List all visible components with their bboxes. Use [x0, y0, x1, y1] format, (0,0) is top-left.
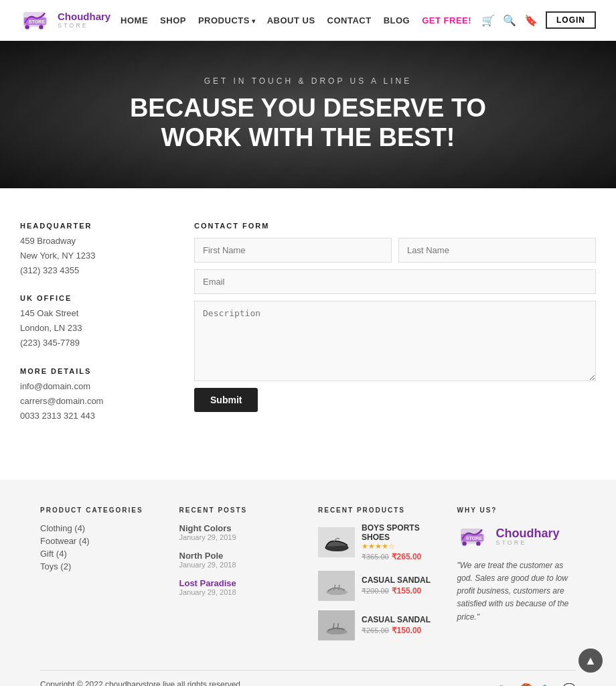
svg-text:STORE: STORE — [29, 19, 46, 25]
post-3-title[interactable]: Lost Paradise — [179, 578, 299, 588]
footer-categories: PRODUCT CATEGORIES Clothing (4) Footwear… — [40, 506, 159, 650]
categories-title: PRODUCT CATEGORIES — [40, 506, 159, 514]
hero-sub-text: GET IN TOUCH & DROP US A LINE — [204, 76, 412, 86]
first-name-input[interactable] — [194, 238, 392, 263]
logo-text: Choudhary — [58, 11, 110, 23]
logo[interactable]: STORE Choudhary STORE — [20, 7, 110, 33]
main-content: HEADQUARTER 459 Broadway New York, NY 12… — [7, 222, 609, 439]
dribbble-icon[interactable]: 🏀 — [520, 683, 533, 686]
product-1-old-price: ₹365.00 — [362, 553, 389, 561]
last-name-input[interactable] — [398, 238, 596, 263]
product-2-name[interactable]: CASUAL SANDAL — [362, 575, 431, 585]
why-us-brand-sub: STORE — [496, 539, 560, 546]
phone2: 0033 2313 321 443 — [20, 409, 154, 423]
header: STORE Choudhary STORE HOME SHOP PRODUCTS… — [0, 0, 616, 41]
sandal-icon — [323, 574, 350, 598]
nav-contact[interactable]: CONTACT — [327, 15, 372, 25]
login-button[interactable]: LOGIN — [546, 11, 596, 29]
form-label: CONTACT FORM — [194, 222, 596, 230]
svg-point-1 — [25, 25, 29, 29]
footer-why-us: WHY US? STORE Choudhary STORE "We are tr… — [457, 506, 576, 650]
post-1-date: January 29, 2019 — [179, 533, 299, 541]
product-1-new-price: ₹265.00 — [392, 552, 422, 561]
uk-city: London, LN 233 — [20, 321, 154, 336]
why-us-title: WHY US? — [457, 506, 576, 514]
whatsapp-icon[interactable]: 💬 — [562, 683, 576, 686]
footer-grid: PRODUCT CATEGORIES Clothing (4) Footwear… — [40, 506, 576, 650]
description-input[interactable] — [194, 301, 596, 381]
submit-button[interactable]: Submit — [194, 388, 258, 412]
hq-city: New York, NY 1233 — [20, 249, 154, 263]
hero-title: BECAUSE YOU DESERVE TO WORK WITH THE BES… — [107, 94, 509, 152]
uk-address: 145 Oak Street — [20, 306, 154, 321]
recent-products-title: RECENT PRODUCTS — [318, 506, 437, 514]
footer-recent-posts: RECENT POSTS Night Colors January 29, 20… — [179, 506, 299, 650]
email-input[interactable] — [194, 269, 596, 294]
email2: carrers@domain.com — [20, 394, 154, 409]
why-us-logo-icon: STORE — [457, 523, 491, 550]
post-1: Night Colors January 29, 2019 — [179, 523, 299, 541]
logo-icon: STORE — [20, 7, 54, 33]
product-2-old-price: ₹200.00 — [362, 587, 389, 595]
svg-text:STORE: STORE — [465, 535, 482, 541]
product-1-info: BOYS SPORTS SHOES ★★★★☆ ₹365.00 ₹265.00 — [362, 523, 437, 561]
main-nav: HOME SHOP PRODUCTS ABOUT US CONTACT BLOG… — [121, 15, 471, 25]
recent-posts-title: RECENT POSTS — [179, 506, 299, 514]
contact-info: HEADQUARTER 459 Broadway New York, NY 12… — [20, 222, 154, 439]
name-row — [194, 238, 596, 263]
product-2: CASUAL SANDAL ₹200.00 ₹155.00 — [318, 571, 437, 601]
category-toys[interactable]: Toys (2) — [40, 561, 159, 571]
svg-point-9 — [462, 541, 466, 545]
logo-sub: STORE — [58, 22, 110, 29]
search-icon[interactable]: 🔍 — [503, 14, 516, 27]
sandal2-icon — [323, 614, 350, 637]
why-us-brand: Choudhary — [496, 527, 560, 539]
cart-icon[interactable]: 🛒 — [481, 14, 495, 27]
uk-office-block: UK OFFICE 145 Oak Street London, LN 233 … — [20, 294, 154, 350]
product-1-name[interactable]: BOYS SPORTS SHOES — [362, 523, 437, 542]
social-icons: 📷 🏀 🐦 💬 — [498, 683, 576, 686]
categories-list: Clothing (4) Footwear (4) Gift (4) Toys … — [40, 523, 159, 571]
svg-point-2 — [39, 25, 43, 29]
contact-form-section: CONTACT FORM Submit — [194, 222, 596, 439]
nav-products[interactable]: PRODUCTS — [198, 15, 255, 25]
category-clothing[interactable]: Clothing (4) — [40, 523, 159, 533]
nav-get-free[interactable]: GET FREE! — [422, 15, 471, 25]
copyright: Copyright © 2022 choudharystore.live all… — [40, 680, 240, 686]
headquarter-block: HEADQUARTER 459 Broadway New York, NY 12… — [20, 222, 154, 278]
more-details-block: MORE DETAILS info@domain.com carrers@dom… — [20, 367, 154, 423]
category-gift[interactable]: Gift (4) — [40, 549, 159, 559]
hero-banner: GET IN TOUCH & DROP US A LINE BECAUSE YO… — [0, 41, 616, 188]
twitter-icon[interactable]: 🐦 — [541, 683, 554, 686]
product-3-old-price: ₹265.00 — [362, 626, 389, 634]
nav-blog[interactable]: BLOG — [384, 15, 410, 25]
product-2-thumb — [318, 571, 355, 601]
why-us-logo: STORE Choudhary STORE — [457, 523, 576, 550]
instagram-icon[interactable]: 📷 — [498, 683, 512, 686]
product-1-stars: ★★★★☆ — [362, 542, 437, 551]
product-3: CASUAL SANDAL ₹265.00 ₹150.00 — [318, 610, 437, 640]
product-3-name[interactable]: CASUAL SANDAL — [362, 615, 431, 624]
footer-recent-products: RECENT PRODUCTS BOYS SPORTS SHOES ★★★★☆ … — [318, 506, 437, 650]
scroll-top-button[interactable]: ▲ — [579, 648, 603, 673]
post-2: North Pole January 29, 2018 — [179, 551, 299, 569]
nav-home[interactable]: HOME — [121, 15, 148, 25]
product-1-thumb — [318, 527, 355, 557]
uk-label: UK OFFICE — [20, 294, 154, 302]
bookmark-icon[interactable]: 🔖 — [524, 14, 538, 27]
post-2-title[interactable]: North Pole — [179, 551, 299, 561]
shoe-icon — [323, 531, 350, 554]
product-3-new-price: ₹150.00 — [392, 626, 422, 635]
post-1-title[interactable]: Night Colors — [179, 523, 299, 533]
category-footwear[interactable]: Footwear (4) — [40, 536, 159, 546]
post-3-date: January 29, 2018 — [179, 588, 299, 596]
nav-about[interactable]: ABOUT US — [267, 15, 315, 25]
hq-label: HEADQUARTER — [20, 222, 154, 230]
nav-shop[interactable]: SHOP — [160, 15, 186, 25]
footer: PRODUCT CATEGORIES Clothing (4) Footwear… — [0, 480, 616, 686]
nav-icons: 🛒 🔍 🔖 LOGIN — [481, 11, 596, 29]
product-1: BOYS SPORTS SHOES ★★★★☆ ₹365.00 ₹265.00 — [318, 523, 437, 561]
why-us-quote: "We are treat the customer as god. Sales… — [457, 559, 576, 624]
product-2-new-price: ₹155.00 — [392, 586, 422, 596]
product-3-thumb — [318, 610, 355, 640]
